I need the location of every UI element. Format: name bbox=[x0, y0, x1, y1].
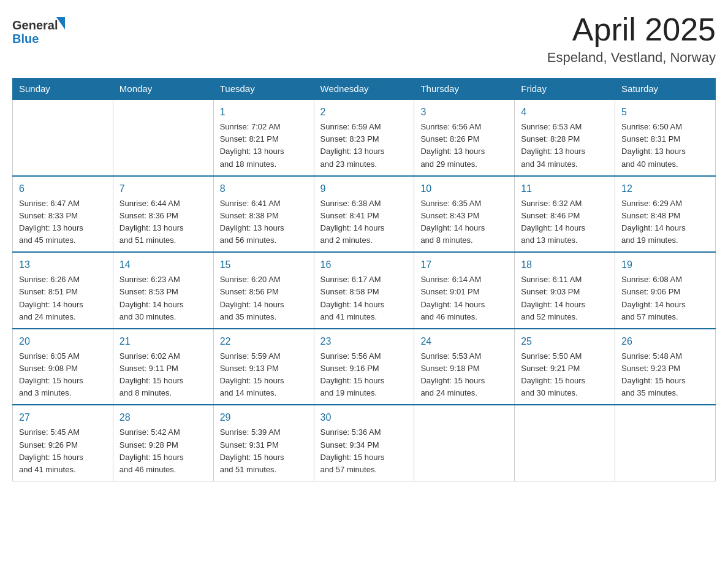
month-title: April 2025 bbox=[547, 12, 716, 47]
calendar-cell bbox=[13, 99, 113, 176]
day-info: Sunrise: 6:35 AMSunset: 8:43 PMDaylight:… bbox=[420, 197, 508, 247]
day-number: 26 bbox=[621, 334, 709, 349]
header-wednesday: Wednesday bbox=[314, 79, 414, 100]
header-sunday: Sunday bbox=[13, 79, 113, 100]
day-number: 16 bbox=[320, 258, 408, 272]
header-friday: Friday bbox=[515, 79, 615, 100]
title-area: April 2025 Espeland, Vestland, Norway bbox=[547, 12, 716, 66]
calendar-cell: 6Sunrise: 6:47 AMSunset: 8:33 PMDaylight… bbox=[13, 176, 113, 253]
calendar-cell: 10Sunrise: 6:35 AMSunset: 8:43 PMDayligh… bbox=[414, 176, 515, 253]
day-number: 15 bbox=[220, 258, 308, 272]
calendar-cell: 1Sunrise: 7:02 AMSunset: 8:21 PMDaylight… bbox=[213, 99, 314, 176]
day-info: Sunrise: 5:59 AMSunset: 9:13 PMDaylight:… bbox=[220, 350, 308, 400]
day-number: 5 bbox=[621, 105, 709, 120]
calendar-week-3: 13Sunrise: 6:26 AMSunset: 8:51 PMDayligh… bbox=[13, 252, 716, 329]
day-number: 10 bbox=[420, 182, 508, 196]
calendar-cell bbox=[515, 405, 615, 481]
calendar-cell: 25Sunrise: 5:50 AMSunset: 9:21 PMDayligh… bbox=[515, 329, 615, 405]
day-info: Sunrise: 6:05 AMSunset: 9:08 PMDaylight:… bbox=[19, 350, 107, 400]
calendar-week-2: 6Sunrise: 6:47 AMSunset: 8:33 PMDaylight… bbox=[13, 176, 716, 253]
day-number: 29 bbox=[220, 410, 308, 425]
day-number: 21 bbox=[119, 334, 207, 349]
day-info: Sunrise: 5:42 AMSunset: 9:28 PMDaylight:… bbox=[119, 426, 207, 476]
calendar-cell: 21Sunrise: 6:02 AMSunset: 9:11 PMDayligh… bbox=[113, 329, 213, 405]
calendar-cell: 22Sunrise: 5:59 AMSunset: 9:13 PMDayligh… bbox=[213, 329, 314, 405]
day-info: Sunrise: 5:36 AMSunset: 9:34 PMDaylight:… bbox=[320, 426, 408, 476]
logo: General Blue bbox=[12, 12, 67, 52]
svg-text:General: General bbox=[12, 18, 58, 32]
day-number: 25 bbox=[521, 334, 609, 349]
day-number: 13 bbox=[19, 258, 107, 272]
day-info: Sunrise: 6:56 AMSunset: 8:26 PMDaylight:… bbox=[420, 121, 508, 170]
day-info: Sunrise: 6:08 AMSunset: 9:06 PMDaylight:… bbox=[621, 274, 709, 323]
page-header: General Blue April 2025 Espeland, Vestla… bbox=[12, 12, 716, 66]
day-number: 27 bbox=[19, 410, 107, 425]
day-info: Sunrise: 6:17 AMSunset: 8:58 PMDaylight:… bbox=[320, 274, 408, 323]
day-number: 22 bbox=[220, 334, 308, 349]
day-number: 30 bbox=[320, 410, 408, 425]
calendar-week-4: 20Sunrise: 6:05 AMSunset: 9:08 PMDayligh… bbox=[13, 329, 716, 405]
day-info: Sunrise: 6:26 AMSunset: 8:51 PMDaylight:… bbox=[19, 274, 107, 323]
calendar-cell: 30Sunrise: 5:36 AMSunset: 9:34 PMDayligh… bbox=[314, 405, 414, 481]
calendar-cell: 11Sunrise: 6:32 AMSunset: 8:46 PMDayligh… bbox=[515, 176, 615, 253]
day-info: Sunrise: 6:41 AMSunset: 8:38 PMDaylight:… bbox=[220, 197, 308, 247]
day-number: 7 bbox=[119, 182, 207, 196]
day-info: Sunrise: 5:56 AMSunset: 9:16 PMDaylight:… bbox=[320, 350, 408, 400]
calendar-table: Sunday Monday Tuesday Wednesday Thursday… bbox=[12, 78, 716, 481]
calendar-cell: 13Sunrise: 6:26 AMSunset: 8:51 PMDayligh… bbox=[13, 252, 113, 329]
calendar-body: 1Sunrise: 7:02 AMSunset: 8:21 PMDaylight… bbox=[13, 99, 716, 481]
calendar-cell bbox=[113, 99, 213, 176]
day-info: Sunrise: 6:44 AMSunset: 8:36 PMDaylight:… bbox=[119, 197, 207, 247]
day-info: Sunrise: 6:32 AMSunset: 8:46 PMDaylight:… bbox=[521, 197, 609, 247]
day-info: Sunrise: 7:02 AMSunset: 8:21 PMDaylight:… bbox=[220, 121, 308, 170]
calendar-cell: 27Sunrise: 5:45 AMSunset: 9:26 PMDayligh… bbox=[13, 405, 113, 481]
logo-content: General Blue bbox=[12, 12, 67, 52]
location: Espeland, Vestland, Norway bbox=[547, 50, 716, 66]
header-thursday: Thursday bbox=[414, 79, 515, 100]
calendar-cell: 15Sunrise: 6:20 AMSunset: 8:56 PMDayligh… bbox=[213, 252, 314, 329]
calendar-cell: 7Sunrise: 6:44 AMSunset: 8:36 PMDaylight… bbox=[113, 176, 213, 253]
calendar-cell: 23Sunrise: 5:56 AMSunset: 9:16 PMDayligh… bbox=[314, 329, 414, 405]
day-info: Sunrise: 6:23 AMSunset: 8:53 PMDaylight:… bbox=[119, 274, 207, 323]
calendar-cell: 24Sunrise: 5:53 AMSunset: 9:18 PMDayligh… bbox=[414, 329, 515, 405]
day-number: 18 bbox=[521, 258, 609, 272]
calendar-cell: 16Sunrise: 6:17 AMSunset: 8:58 PMDayligh… bbox=[314, 252, 414, 329]
calendar-cell: 8Sunrise: 6:41 AMSunset: 8:38 PMDaylight… bbox=[213, 176, 314, 253]
day-number: 17 bbox=[420, 258, 508, 272]
calendar-header-row: Sunday Monday Tuesday Wednesday Thursday… bbox=[13, 79, 716, 100]
day-number: 2 bbox=[320, 105, 408, 120]
calendar-cell: 2Sunrise: 6:59 AMSunset: 8:23 PMDaylight… bbox=[314, 99, 414, 176]
calendar-cell: 3Sunrise: 6:56 AMSunset: 8:26 PMDaylight… bbox=[414, 99, 515, 176]
calendar-cell: 18Sunrise: 6:11 AMSunset: 9:03 PMDayligh… bbox=[515, 252, 615, 329]
day-info: Sunrise: 6:29 AMSunset: 8:48 PMDaylight:… bbox=[621, 197, 709, 247]
day-number: 9 bbox=[320, 182, 408, 196]
day-info: Sunrise: 6:38 AMSunset: 8:41 PMDaylight:… bbox=[320, 197, 408, 247]
header-saturday: Saturday bbox=[615, 79, 716, 100]
day-number: 20 bbox=[19, 334, 107, 349]
day-info: Sunrise: 5:48 AMSunset: 9:23 PMDaylight:… bbox=[621, 350, 709, 400]
day-info: Sunrise: 5:39 AMSunset: 9:31 PMDaylight:… bbox=[220, 426, 308, 476]
day-number: 14 bbox=[119, 258, 207, 272]
calendar-cell bbox=[615, 405, 716, 481]
calendar-cell: 5Sunrise: 6:50 AMSunset: 8:31 PMDaylight… bbox=[615, 99, 716, 176]
day-number: 12 bbox=[621, 182, 709, 196]
calendar-cell: 12Sunrise: 6:29 AMSunset: 8:48 PMDayligh… bbox=[615, 176, 716, 253]
calendar-cell: 26Sunrise: 5:48 AMSunset: 9:23 PMDayligh… bbox=[615, 329, 716, 405]
day-info: Sunrise: 6:59 AMSunset: 8:23 PMDaylight:… bbox=[320, 121, 408, 170]
calendar-cell: 4Sunrise: 6:53 AMSunset: 8:28 PMDaylight… bbox=[515, 99, 615, 176]
day-info: Sunrise: 6:14 AMSunset: 9:01 PMDaylight:… bbox=[420, 274, 508, 323]
day-info: Sunrise: 5:50 AMSunset: 9:21 PMDaylight:… bbox=[521, 350, 609, 400]
calendar-cell: 29Sunrise: 5:39 AMSunset: 9:31 PMDayligh… bbox=[213, 405, 314, 481]
calendar-cell: 9Sunrise: 6:38 AMSunset: 8:41 PMDaylight… bbox=[314, 176, 414, 253]
calendar-week-5: 27Sunrise: 5:45 AMSunset: 9:26 PMDayligh… bbox=[13, 405, 716, 481]
day-number: 1 bbox=[220, 105, 308, 120]
day-number: 3 bbox=[420, 105, 508, 120]
day-number: 4 bbox=[521, 105, 609, 120]
day-info: Sunrise: 6:50 AMSunset: 8:31 PMDaylight:… bbox=[621, 121, 709, 170]
day-number: 11 bbox=[521, 182, 609, 196]
day-number: 28 bbox=[119, 410, 207, 425]
day-info: Sunrise: 5:45 AMSunset: 9:26 PMDaylight:… bbox=[19, 426, 107, 476]
day-number: 19 bbox=[621, 258, 709, 272]
day-info: Sunrise: 6:47 AMSunset: 8:33 PMDaylight:… bbox=[19, 197, 107, 247]
day-number: 23 bbox=[320, 334, 408, 349]
